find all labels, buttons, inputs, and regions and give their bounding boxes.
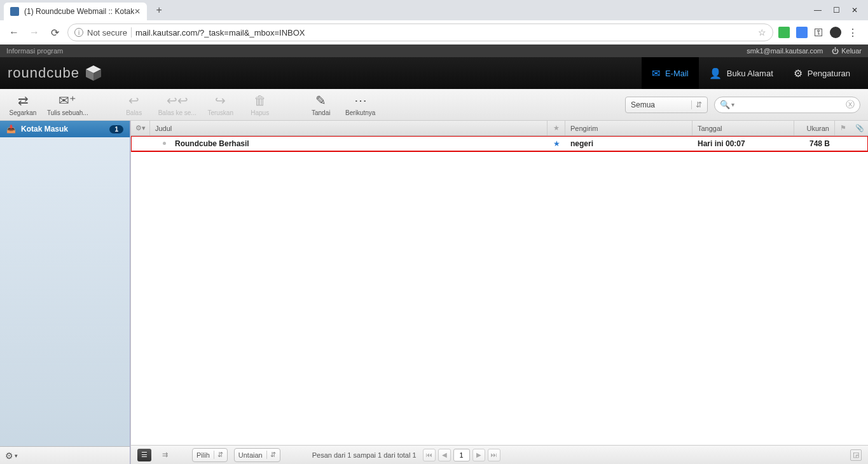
mail-icon: ✉: [652, 67, 660, 79]
caret-up-down-icon: ⇵: [266, 451, 276, 459]
header-date[interactable]: Tanggal: [692, 121, 794, 135]
main-area: 📥 Kotak Masuk 1 ⚙ ▾ ⚙▾ Judul ★ Pengirim …: [0, 121, 868, 464]
logo-text: roundcube: [8, 65, 79, 81]
header-attachment[interactable]: 📎: [851, 121, 868, 135]
nav-email-label: E-Mail: [665, 69, 689, 78]
select-menu[interactable]: Pilih⇵: [192, 448, 228, 462]
threads-menu[interactable]: Untaian⇵: [234, 448, 280, 462]
header-flag[interactable]: ⚑: [835, 121, 851, 135]
select-label: Pilih: [196, 451, 210, 459]
forward-button[interactable]: ↪Teruskan: [205, 93, 236, 116]
chevron-down-icon: ⇵: [691, 100, 702, 109]
mark-label: Tandai: [312, 109, 330, 116]
reply-icon: ↩: [128, 93, 139, 108]
person-icon: 👤: [709, 67, 722, 79]
inbox-icon: 📥: [6, 125, 16, 133]
list-footer: ☰ ⇉ Pilih⇵ Untaian⇵ Pesan dari 1 sampai …: [131, 445, 868, 464]
nav-settings[interactable]: ⚙ Pengaturan: [783, 57, 860, 89]
more-button[interactable]: ⋯Berikutnya: [345, 93, 376, 116]
header-size-label: Ukuran: [807, 125, 829, 132]
info-program-link[interactable]: Informasi program: [6, 47, 63, 55]
folder-sidebar: 📥 Kotak Masuk 1 ⚙ ▾: [0, 121, 130, 464]
reply-button[interactable]: ↩Balas: [119, 93, 149, 116]
marker-icon: ✎: [315, 93, 326, 108]
delete-button[interactable]: 🗑Hapus: [245, 93, 275, 116]
list-body: Roundcube Berhasil ★ negeri Hari ini 00:…: [131, 136, 868, 445]
thread-view-button[interactable]: ⇉: [158, 449, 172, 461]
reply-all-button[interactable]: ↩↩Balas ke se...: [158, 93, 196, 116]
message-sender-text: negeri: [570, 139, 593, 148]
refresh-icon: ⇄: [18, 93, 29, 108]
header-size[interactable]: Ukuran: [794, 121, 835, 135]
status-text: Pesan dari 1 sampai 1 dari total 1: [312, 451, 417, 459]
list-view-button[interactable]: ☰: [137, 449, 151, 461]
rc-header: roundcube ✉ E-Mail 👤 Buku Alamat ⚙ Penga…: [0, 57, 868, 89]
logout-link[interactable]: ⏻ Keluar: [832, 47, 862, 55]
menu-dots-icon[interactable]: ⋮: [848, 27, 858, 39]
compose-label: Tulis sebuah...: [47, 109, 88, 116]
folder-inbox[interactable]: 📥 Kotak Masuk 1: [0, 121, 130, 137]
url-bar[interactable]: i Not secure mail.kautsar.com/?_task=mai…: [67, 24, 773, 41]
search-caret-icon[interactable]: ▾: [731, 101, 734, 108]
nav-settings-label: Pengaturan: [808, 69, 850, 78]
site-info-icon[interactable]: i: [74, 28, 83, 37]
folder-settings-button[interactable]: ⚙ ▾: [5, 451, 18, 461]
rc-topbar: Informasi program smk1@mail.kautsar.com …: [0, 44, 868, 57]
close-tab-icon[interactable]: ✕: [134, 7, 141, 16]
column-options-button[interactable]: ⚙▾: [131, 121, 150, 135]
message-size: 748 B: [794, 136, 835, 151]
reply-all-icon: ↩↩: [167, 93, 188, 108]
nav-contacts-label: Buku Alamat: [727, 69, 773, 78]
browser-chrome: (1) Roundcube Webmail :: Kotak ✕ + — ☐ ✕…: [0, 0, 868, 44]
message-subject: Roundcube Berhasil: [150, 136, 548, 151]
prev-page-button[interactable]: ◀: [438, 449, 451, 461]
ext-translate-icon[interactable]: [796, 27, 808, 38]
message-row[interactable]: Roundcube Berhasil ★ negeri Hari ini 00:…: [131, 136, 868, 151]
ext-idm-icon[interactable]: [778, 27, 790, 38]
forward-label: Teruskan: [207, 109, 233, 116]
message-date: Hari ini 00:07: [692, 136, 794, 151]
nav-contacts[interactable]: 👤 Buku Alamat: [699, 57, 783, 89]
header-date-label: Tanggal: [698, 125, 722, 132]
mail-toolbar: ⇄Segarkan ✉⁺Tulis sebuah... ↩Balas ↩↩Bal…: [0, 89, 868, 121]
clear-search-icon[interactable]: ⓧ: [846, 99, 855, 111]
compose-button[interactable]: ✉⁺Tulis sebuah...: [47, 93, 88, 116]
expand-preview-button[interactable]: ◲: [850, 449, 862, 461]
maximize-icon[interactable]: ☐: [833, 6, 840, 15]
close-window-icon[interactable]: ✕: [851, 6, 858, 15]
header-subject[interactable]: Judul: [150, 121, 548, 135]
key-icon[interactable]: ⚿: [814, 27, 823, 39]
mark-button[interactable]: ✎Tandai: [306, 93, 336, 116]
search-input[interactable]: 🔍 ▾ ⓧ: [714, 97, 860, 113]
page-number-input[interactable]: [453, 449, 470, 461]
folder-inbox-label: Kotak Masuk: [21, 125, 68, 133]
unread-dot-icon: [163, 142, 166, 145]
divider: [131, 27, 132, 38]
search-icon: 🔍: [720, 100, 730, 109]
browser-tab[interactable]: (1) Roundcube Webmail :: Kotak ✕: [4, 3, 147, 20]
nav-email[interactable]: ✉ E-Mail: [642, 57, 699, 89]
last-page-button[interactable]: ⏭: [488, 449, 500, 461]
sidebar-footer: ⚙ ▾: [0, 446, 130, 464]
refresh-label: Segarkan: [10, 109, 37, 116]
next-page-button[interactable]: ▶: [472, 449, 485, 461]
bookmark-star-icon[interactable]: ☆: [758, 27, 766, 38]
message-star[interactable]: ★: [548, 136, 565, 151]
threads-label: Untaian: [238, 451, 263, 459]
back-button[interactable]: ←: [6, 25, 22, 40]
first-page-button[interactable]: ⏮: [423, 449, 436, 461]
profile-avatar-icon[interactable]: [830, 27, 841, 38]
minimize-icon[interactable]: —: [814, 6, 822, 15]
power-icon: ⏻: [832, 47, 839, 55]
header-star[interactable]: ★: [548, 121, 565, 135]
caret-down-icon: ▾: [15, 453, 18, 459]
new-tab-button[interactable]: +: [151, 2, 167, 18]
message-subject-text: Roundcube Berhasil: [175, 139, 249, 148]
filter-select[interactable]: Semua ⇵: [625, 97, 708, 113]
forward-button[interactable]: →: [27, 25, 42, 40]
gear-icon: ⚙: [794, 67, 803, 79]
reload-button[interactable]: ⟳: [47, 25, 62, 40]
filter-value: Semua: [631, 100, 655, 109]
header-sender[interactable]: Pengirim: [565, 121, 692, 135]
refresh-button[interactable]: ⇄Segarkan: [8, 93, 38, 116]
